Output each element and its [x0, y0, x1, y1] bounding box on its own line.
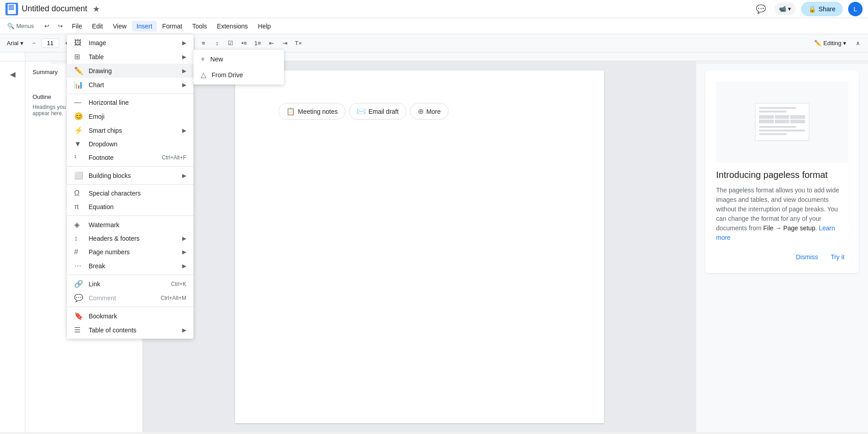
dropdown-icon: ▼ [74, 140, 83, 148]
new-label: New [210, 56, 223, 63]
building_blocks-icon: ⬜ [74, 171, 83, 180]
break-arrow: ▶ [182, 263, 186, 269]
break-icon: ⋯ [74, 261, 83, 270]
table_of_contents-icon: ☰ [74, 326, 83, 334]
menu-option-building_blocks[interactable]: ⬜Building blocks▶ [67, 168, 193, 182]
new-icon: + [201, 55, 205, 63]
chart-arrow: ▶ [182, 82, 186, 88]
from_drive-label: From Drive [212, 71, 243, 79]
table_of_contents-arrow: ▶ [182, 327, 186, 333]
footnote-label: Footnote [89, 154, 156, 161]
footnote-shortcut: Ctrl+Alt+F [162, 154, 186, 161]
menu-option-image[interactable]: 🖼Image▶ [67, 36, 193, 50]
special_characters-icon: Ω [74, 189, 83, 197]
menu-option-emoji[interactable]: 😊Emoji [67, 109, 193, 123]
break-label: Break [89, 262, 177, 270]
table_of_contents-label: Table of contents [89, 327, 177, 334]
headers_footers-arrow: ▶ [182, 235, 186, 242]
menu-option-horizontal_line[interactable]: —Horizontal line [67, 96, 193, 109]
footnote-icon: ¹ [74, 154, 83, 162]
watermark-icon: ◈ [74, 220, 83, 229]
emoji-label: Emoji [89, 113, 186, 120]
menu-option-chart[interactable]: 📊Chart▶ [67, 78, 193, 92]
link-label: Link [89, 280, 165, 288]
menu-divider-separator4 [67, 215, 193, 216]
drawing-submenu: +New△From Drive [193, 50, 284, 84]
menu-divider-separator2 [67, 166, 193, 167]
menu-option-dropdown[interactable]: ▼Dropdown [67, 137, 193, 151]
drawing-arrow: ▶ [182, 68, 186, 74]
chart-icon: 📊 [74, 80, 83, 89]
menu-option-comment: 💬CommentCtrl+Alt+M [67, 291, 193, 305]
menu-option-equation[interactable]: πEquation [67, 200, 193, 214]
submenu-option-from_drive[interactable]: △From Drive [193, 67, 284, 83]
image-label: Image [89, 39, 177, 47]
menu-option-table_of_contents[interactable]: ☰Table of contents▶ [67, 323, 193, 337]
watermark-label: Watermark [89, 221, 186, 229]
headers_footers-icon: ↕ [74, 234, 83, 243]
image-arrow: ▶ [182, 40, 186, 46]
horizontal_line-icon: — [74, 98, 83, 107]
building_blocks-arrow: ▶ [182, 173, 186, 179]
image-icon: 🖼 [74, 39, 83, 47]
comment-icon: 💬 [74, 294, 83, 302]
smart_chips-arrow: ▶ [182, 127, 186, 134]
menu-option-break[interactable]: ⋯Break▶ [67, 259, 193, 273]
comment-label: Comment [89, 294, 155, 302]
page_numbers-icon: # [74, 248, 83, 256]
menu-option-watermark[interactable]: ◈Watermark [67, 218, 193, 232]
table-arrow: ▶ [182, 54, 186, 60]
link-icon: 🔗 [74, 280, 83, 288]
menu-divider-separator1 [67, 93, 193, 94]
table-icon: ⊞ [74, 52, 83, 61]
menu-option-special_characters[interactable]: ΩSpecial characters [67, 187, 193, 200]
menu-option-smart_chips[interactable]: ⚡Smart chips▶ [67, 123, 193, 137]
horizontal_line-label: Horizontal line [89, 99, 186, 106]
dropdown-label: Dropdown [89, 140, 186, 148]
drawing-icon: ✏️ [74, 66, 83, 75]
smart_chips-label: Smart chips [89, 127, 177, 134]
comment-shortcut: Ctrl+Alt+M [160, 295, 186, 301]
equation-icon: π [74, 203, 83, 211]
menu-divider-separator5 [67, 275, 193, 275]
building_blocks-label: Building blocks [89, 172, 177, 179]
page_numbers-arrow: ▶ [182, 249, 186, 255]
chart-label: Chart [89, 81, 177, 89]
menu-option-table[interactable]: ⊞Table▶ [67, 50, 193, 64]
menu-option-page_numbers[interactable]: #Page numbers▶ [67, 245, 193, 259]
menu-option-headers_footers[interactable]: ↕Headers & footers▶ [67, 232, 193, 245]
bookmark-label: Bookmark [89, 313, 186, 320]
menu-option-footnote[interactable]: ¹FootnoteCtrl+Alt+F [67, 151, 193, 164]
bookmark-icon: 🔖 [74, 312, 83, 320]
menu-divider-separator6 [67, 307, 193, 307]
drawing-label: Drawing [89, 67, 177, 75]
menu-option-link[interactable]: 🔗LinkCtrl+K [67, 277, 193, 291]
menu-option-drawing[interactable]: ✏️Drawing▶ [67, 64, 193, 78]
equation-label: Equation [89, 203, 186, 210]
table-label: Table [89, 53, 177, 61]
menu-option-bookmark[interactable]: 🔖Bookmark [67, 309, 193, 323]
special_characters-label: Special characters [89, 190, 186, 197]
link-shortcut: Ctrl+K [171, 281, 186, 287]
headers_footers-label: Headers & footers [89, 235, 177, 242]
menu-divider-separator3 [67, 184, 193, 185]
submenu-option-new[interactable]: +New [193, 51, 284, 67]
emoji-icon: 😊 [74, 112, 83, 121]
page_numbers-label: Page numbers [89, 248, 177, 256]
from_drive-icon: △ [201, 70, 206, 79]
smart_chips-icon: ⚡ [74, 126, 83, 135]
insert-menu: 🖼Image▶⊞Table▶✏️Drawing▶📊Chart▶—Horizont… [67, 34, 193, 339]
